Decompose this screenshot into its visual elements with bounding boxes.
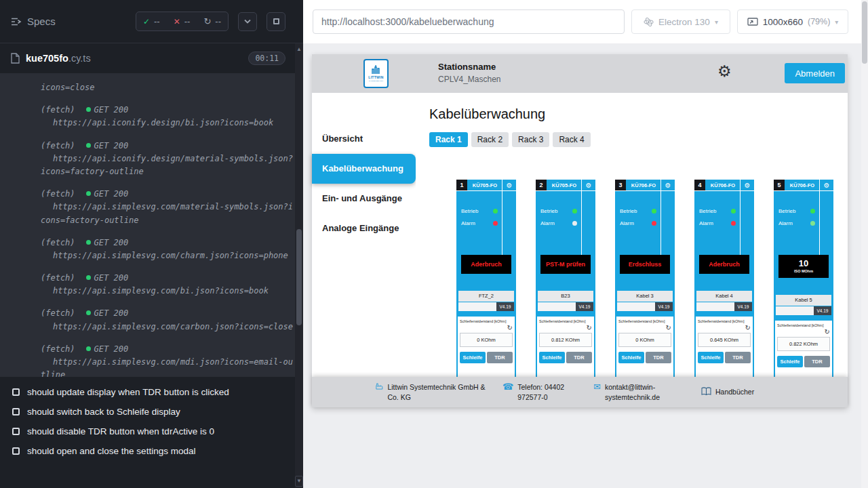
version-spacer	[617, 302, 655, 311]
tab-rack-3[interactable]: Rack 3	[512, 132, 549, 147]
schleife-button[interactable]: Schleife	[777, 356, 803, 367]
runner-scrollbar[interactable]: ▲ ▼	[295, 43, 303, 488]
pending-icon: ↻	[203, 16, 211, 26]
betrieb-led	[810, 209, 815, 214]
spec-header: kue705fo.cy.ts 00:11	[0, 43, 303, 73]
log-entry[interactable]: (fetch)GET 200 https://api.iconify.desig…	[41, 140, 298, 179]
schleife-button[interactable]: Schleife	[618, 352, 644, 363]
stop-button[interactable]	[267, 12, 285, 31]
log-url: https://api.simplesvg.com/mdi.json?icons…	[41, 356, 298, 377]
check-icon: ✓	[143, 17, 150, 26]
spec-filename[interactable]: kue705fo.cy.ts	[26, 53, 91, 64]
log-entry[interactable]: (fetch)GET 200 https://api.simplesvg.com…	[41, 237, 298, 262]
tdr-button[interactable]: TDR	[646, 352, 671, 363]
scroll-down-icon[interactable]: ▼	[295, 476, 303, 487]
card-settings-icon[interactable]: ⚙	[741, 180, 754, 190]
test-state-icon	[12, 388, 20, 396]
tdr-button[interactable]: TDR	[804, 356, 830, 367]
log-url: https://api.iconify.design/material-symb…	[41, 152, 298, 178]
measurement-value: 0.645 KOhm	[698, 333, 751, 347]
refresh-icon[interactable]: ↻	[777, 327, 830, 336]
tab-rack-4[interactable]: Rack 4	[553, 132, 590, 147]
measurement-label: Schleifenwiderstand [kOhm]	[777, 323, 830, 327]
test-item[interactable]: should update display when TDR button is…	[0, 382, 303, 402]
test-item[interactable]: should disable TDR button when tdrActive…	[0, 422, 303, 441]
scrollbar-thumb[interactable]	[296, 229, 302, 325]
browser-toolbar: Electron 130 ▾ 1000x660 (79%) ▾	[303, 0, 868, 43]
phone-icon: ☎	[502, 382, 513, 392]
tdr-button[interactable]: TDR	[725, 352, 751, 363]
footer-manuals[interactable]: Handbücher	[701, 387, 754, 396]
schleife-button[interactable]: Schleife	[539, 352, 565, 363]
card-settings-icon[interactable]: ⚙	[661, 180, 675, 190]
test-item[interactable]: should switch back to Schleife display	[0, 402, 303, 422]
test-stats: ✓ -- ✕ -- ↻ --	[136, 12, 229, 31]
refresh-icon[interactable]: ↻	[698, 323, 751, 332]
measurement-value: 0.822 KOhm	[777, 337, 830, 351]
log-entry[interactable]: (fetch)GET 200 https://api.simplesvg.com…	[41, 343, 298, 377]
http-status: GET 200	[94, 105, 129, 115]
electron-icon	[644, 17, 654, 27]
refresh-icon[interactable]: ↻	[460, 323, 513, 332]
scroll-up-icon[interactable]: ▲	[295, 45, 303, 54]
specs-toggle-button[interactable]: Specs	[11, 16, 56, 27]
logo-subtext: SYSTEMTECHNIK	[369, 80, 383, 82]
stat-passed[interactable]: ✓ --	[136, 12, 167, 30]
nav-item-kabelueberwachung[interactable]: Kabelüberwachung	[312, 154, 416, 184]
test-title: should switch back to Schleife display	[27, 407, 180, 417]
browser-select[interactable]: Electron 130 ▾	[631, 9, 730, 34]
log-entry[interactable]: icons=close	[41, 81, 298, 94]
page-scrollbar[interactable]	[861, 0, 868, 488]
tab-rack-1[interactable]: Rack 1	[429, 132, 468, 147]
test-list: should update display when TDR button is…	[0, 377, 303, 461]
card-number-badge: 4	[694, 180, 705, 190]
book-icon	[701, 387, 711, 396]
footer-email[interactable]: ✉ kontakt@littwin-systemtechnik.de	[593, 382, 658, 401]
refresh-icon[interactable]: ↻	[618, 323, 671, 332]
measurement-panel: Schleifenwiderstand [kOhm] ↻ 0 KOhm Schl…	[616, 317, 673, 377]
measurement-panel: Schleifenwiderstand [kOhm] ↻ 0.645 KOhm …	[696, 317, 753, 377]
tab-rack-2[interactable]: Rack 2	[471, 132, 509, 147]
display-subtext: ISO MOhm	[794, 269, 813, 273]
factory-icon	[376, 382, 383, 390]
request-status-dot	[86, 275, 91, 280]
card-settings-icon[interactable]: ⚙	[582, 180, 595, 190]
card-settings-icon[interactable]: ⚙	[502, 180, 516, 190]
log-entry[interactable]: (fetch)GET 200 https://api.simplesvg.com…	[41, 188, 298, 227]
refresh-icon[interactable]: ↻	[539, 323, 592, 332]
app-frame: LITTWIN SYSTEMTECHNIK Stationsname CPLV4…	[312, 54, 848, 407]
rack-tabs: Rack 1 Rack 2 Rack 3 Rack 4	[429, 132, 591, 147]
nav-item-analoge-eingaenge[interactable]: Analoge Eingänge	[312, 214, 416, 243]
nav-item-ein-und-ausgaenge[interactable]: Ein- und Ausgänge	[312, 184, 416, 214]
cable-name: Kabel 3	[617, 291, 673, 302]
mail-icon: ✉	[593, 382, 601, 392]
chevron-down-icon: ▾	[715, 18, 718, 26]
scrollbar-thumb[interactable]	[862, 1, 867, 64]
url-input[interactable]	[313, 9, 625, 34]
log-url: https://api.iconify.design/bi.json?icons…	[41, 117, 298, 129]
request-status-dot	[86, 346, 91, 351]
card-settings-icon[interactable]: ⚙	[820, 180, 833, 190]
log-entry[interactable]: (fetch)GET 200 https://api.simplesvg.com…	[41, 272, 298, 298]
logout-button[interactable]: Abmelden	[785, 63, 845, 83]
stat-pending[interactable]: ↻ --	[197, 12, 228, 30]
log-entry[interactable]: (fetch)GET 200 https://api.simplesvg.com…	[41, 307, 298, 333]
firmware-version: V4.19	[814, 306, 831, 315]
stat-failed[interactable]: ✕ --	[167, 12, 197, 30]
settings-gear-icon[interactable]: ⚙	[717, 62, 732, 80]
app-sidebar-nav: Übersicht Kabelüberwachung Ein- und Ausg…	[312, 93, 416, 377]
betrieb-label: Betrieb	[620, 208, 637, 214]
tdr-button[interactable]: TDR	[566, 352, 592, 363]
schleife-button[interactable]: Schleife	[698, 352, 724, 363]
viewport-select[interactable]: 1000x660 (79%) ▾	[737, 9, 848, 34]
tdr-button[interactable]: TDR	[487, 352, 513, 363]
spec-extension: .cy.ts	[68, 53, 91, 64]
log-entry[interactable]: (fetch)GET 200 https://api.iconify.desig…	[41, 104, 298, 129]
nav-item-uebersicht[interactable]: Übersicht	[312, 124, 416, 154]
display-text: 10	[799, 259, 808, 269]
collapse-button[interactable]	[238, 12, 257, 31]
schleife-button[interactable]: Schleife	[460, 352, 486, 363]
betrieb-led	[652, 209, 656, 214]
specs-label: Specs	[27, 16, 56, 27]
test-item[interactable]: should open and close the settings modal	[0, 441, 303, 461]
